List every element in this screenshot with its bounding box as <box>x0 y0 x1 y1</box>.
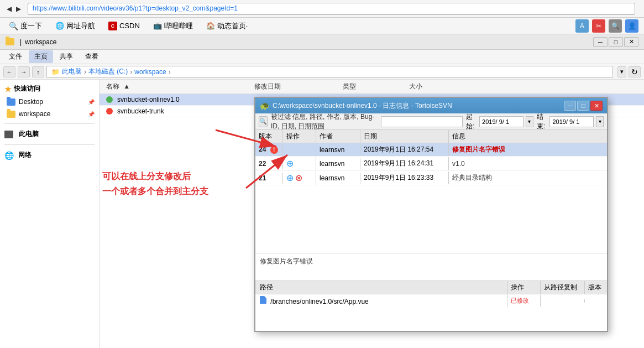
col-date-header: 日期 <box>360 130 449 143</box>
merge-icon-21b: ⊗ <box>295 173 302 183</box>
end-date-input[interactable] <box>549 116 594 127</box>
error-icon-24: ! <box>270 146 278 154</box>
close-btn[interactable]: ✕ <box>624 37 638 47</box>
network-header[interactable]: 🌐 网络 <box>0 148 99 162</box>
browser-search-btn[interactable]: 🔍 <box>609 19 622 33</box>
desktop-pin-icon: 📌 <box>88 99 95 105</box>
nav-forward[interactable]: ▶ <box>14 5 23 13</box>
paths-section: 路径 操作 从路径复制 版本 /branches/onlinev1.0/src/… <box>255 281 607 331</box>
toolbar-csdn[interactable]: C CSDN <box>105 20 143 32</box>
this-pc-header[interactable]: 此电脑 <box>0 127 99 141</box>
col-header-name[interactable]: 名称 ▲ <box>100 82 254 91</box>
toolbar-dynamic-label: 动态首页· <box>217 21 248 31</box>
explorer-win-buttons: ─ □ ✕ <box>593 37 638 47</box>
log-table: 版本 操作 作者 日期 信息 24 ! learnsvn 2019年9月1日 1… <box>255 130 607 253</box>
svn-status-red <box>106 108 113 115</box>
op-24 <box>283 148 316 152</box>
toolbar-bilibili[interactable]: 📺 哔哩哔哩 <box>150 20 196 32</box>
dynamic-icon: 🏠 <box>206 22 215 30</box>
translate-btn[interactable]: A <box>575 19 589 33</box>
dialog-close-btn[interactable]: ✕ <box>590 101 603 111</box>
filter-label: 被过滤 信息, 路径, 作者, 版本, Bug-ID, 日期, 日期范围 <box>271 112 378 131</box>
rev-21: 21 <box>259 174 266 182</box>
toolbar-dynamic[interactable]: 🏠 动态首页· <box>203 20 252 32</box>
breadcrumb-drive[interactable]: 本地磁盘 (C:) <box>88 67 128 76</box>
star-icon: ★ <box>4 85 12 94</box>
msg-24: 修复图片名字错误 <box>452 146 505 153</box>
menu-share[interactable]: 共享 <box>54 50 78 63</box>
author-21: learnsvn <box>316 173 360 184</box>
title-folder-icon <box>6 38 14 45</box>
nav-back[interactable]: ◀ <box>4 5 14 13</box>
col-header-size[interactable]: 大小 <box>409 82 464 91</box>
url-bar[interactable]: https://www.bilibili.com/video/av36/p1?t… <box>28 3 635 15</box>
merge-icon-22: ⊕ <box>286 159 294 168</box>
quick-access-header[interactable]: ★ 快速访问 <box>0 82 99 96</box>
col-header-type[interactable]: 类型 <box>343 82 409 91</box>
maximize-btn[interactable]: □ <box>609 37 623 47</box>
op-21: ⊕ ⊗ <box>283 171 316 185</box>
this-pc-label: 此电脑 <box>19 129 39 139</box>
breadcrumb-workspace[interactable]: workspace <box>134 68 166 76</box>
explorer-title-text: workspace <box>25 38 56 46</box>
filter-input[interactable] <box>381 116 463 127</box>
breadcrumb-sep1: › <box>84 68 86 76</box>
date-24: 2019年9月1日 16:27:54 <box>360 143 449 156</box>
breadcrumb-pc[interactable]: 此电脑 <box>62 67 82 76</box>
dialog-filter-bar: 🔍 被过滤 信息, 路径, 作者, 版本, Bug-ID, 日期, 日期范围 起… <box>255 113 607 130</box>
svn-dialog: 🐢 C:\workspace\svnbucket-onlinev1.0 - 日志… <box>254 97 608 332</box>
end-date-btn[interactable]: ▾ <box>596 116 604 127</box>
log-row-1[interactable]: 22 ⊕ learnsvn 2019年9月1日 16:24:31 v1.0 <box>255 157 607 171</box>
menu-view[interactable]: 查看 <box>80 50 104 63</box>
date-end-section: 结束: ▾ <box>537 112 604 131</box>
network-icon: 🌐 <box>4 151 14 160</box>
toolbar-bilibili-label: 哔哩哔哩 <box>164 21 193 31</box>
menu-file[interactable]: 文件 <box>3 50 28 63</box>
col-header-date[interactable]: 修改日期 <box>254 82 343 91</box>
log-row-2[interactable]: 21 ⊕ ⊗ learnsvn 2019年9月1日 16:23:33 经典目录结… <box>255 171 607 185</box>
toolbar-wangzhi[interactable]: 🌐 网址导航 <box>52 20 98 32</box>
forward-btn[interactable]: → <box>18 66 30 77</box>
bilibili-icon: 📺 <box>153 22 162 30</box>
rev-24: 24 <box>259 146 266 153</box>
toolbar-row: 🔍 度一下 🌐 网址导航 C CSDN 📺 哔哩哔哩 🏠 动态首页· A ✂ 🔍… <box>0 18 644 34</box>
dropdown-btn[interactable]: ▾ <box>617 66 626 77</box>
toolbar-right: A ✂ 🔍 👤 <box>575 19 638 33</box>
date-start-section: 起始: ▾ <box>466 112 533 131</box>
log-row-0[interactable]: 24 ! learnsvn 2019年9月1日 16:27:54 修复图片名字错… <box>255 143 607 157</box>
sort-icon: ▲ <box>123 82 130 90</box>
this-pc-section: 此电脑 <box>0 125 99 143</box>
minimize-btn[interactable]: ─ <box>593 37 608 47</box>
user-btn[interactable]: 👤 <box>625 19 638 33</box>
start-label: 起始: <box>466 112 477 131</box>
toolbar-duyixia[interactable]: 🔍 度一下 <box>6 20 45 32</box>
back-btn[interactable]: ← <box>3 66 15 77</box>
breadcrumb-sep2: › <box>130 68 132 76</box>
menu-home[interactable]: 主页 <box>29 50 53 63</box>
file-name-0: svnbucket-onlinev1.0 <box>117 96 180 103</box>
tortoise-icon: 🐢 <box>260 101 269 110</box>
log-header: 版本 操作 作者 日期 信息 <box>255 130 607 143</box>
rev-22: 22 <box>259 160 266 168</box>
explorer-menu: 文件 主页 共享 查看 <box>0 50 644 64</box>
dialog-minimize-btn[interactable]: ─ <box>564 101 576 111</box>
network-label: 网络 <box>18 150 32 160</box>
path-0: /branches/onlinev1.0/src/App.vue <box>270 298 368 305</box>
up-btn[interactable]: ↑ <box>32 66 44 77</box>
ver-0 <box>585 299 607 303</box>
start-date-btn[interactable]: ▾ <box>526 116 533 127</box>
start-date-input[interactable] <box>479 116 523 127</box>
sidebar-item-workspace[interactable]: workspace 📌 <box>0 108 99 120</box>
toolbar-wangzhi-label: 网址导航 <box>66 21 95 31</box>
nav-icon: 🌐 <box>55 22 64 30</box>
refresh-btn[interactable]: ↻ <box>629 66 641 77</box>
from-0 <box>541 299 585 303</box>
path-col-from-header: 从路径复制 <box>541 281 585 294</box>
sidebar-item-desktop[interactable]: Desktop 📌 <box>0 96 99 108</box>
dialog-maximize-btn[interactable]: □ <box>577 101 589 111</box>
merge-icon-21a: ⊕ <box>286 173 294 183</box>
scissors-btn[interactable]: ✂ <box>592 19 605 33</box>
workspace-pin-icon: 📌 <box>88 111 95 117</box>
network-section: 🌐 网络 <box>0 146 99 164</box>
path-row-0[interactable]: /branches/onlinev1.0/src/App.vue 已修改 <box>255 294 607 307</box>
